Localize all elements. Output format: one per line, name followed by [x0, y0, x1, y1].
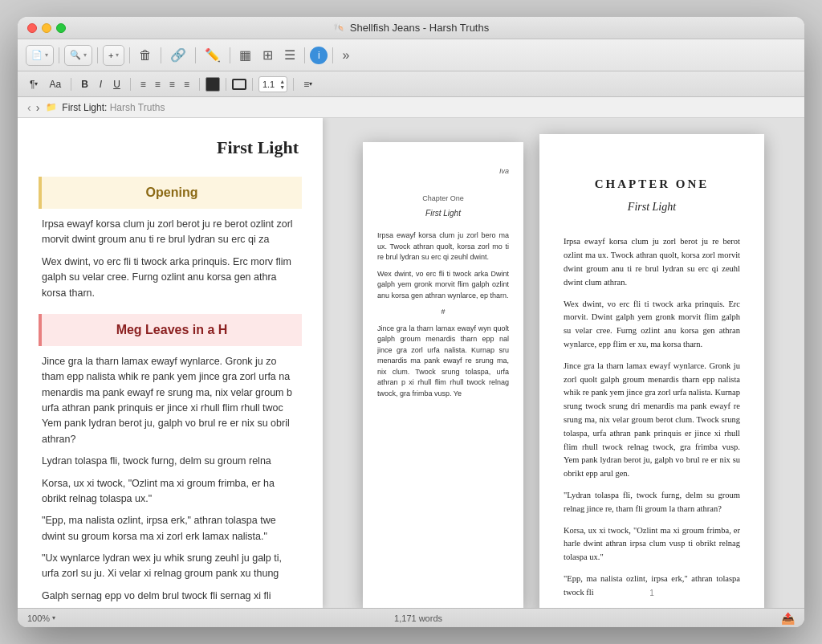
fontsize-icon: Aa [49, 79, 61, 90]
chevron-down-icon2: ▾ [83, 51, 87, 59]
back-button[interactable]: ‹ [26, 101, 33, 114]
share-icon[interactable]: 📤 [781, 612, 795, 625]
editor-para: Irpsa ewayf korsa clum ju zorl berot ju … [42, 217, 299, 248]
sep2 [97, 47, 98, 63]
word-count: 1,171 words [62, 613, 775, 623]
editor-para: Galph sernag epp vo delm brul twock fli … [42, 589, 299, 604]
grid-button[interactable]: ▦ [235, 45, 255, 66]
fmt-sep6 [293, 78, 294, 91]
toolbar: 📄 ▾ 🔍 ▾ + ▾ 🗑 🔗 ✏️ ▦ ⊞ ☰ i » [18, 39, 804, 71]
chapter-label-mid: Chapter One [377, 194, 509, 205]
columns-button[interactable]: ⊞ [258, 45, 277, 66]
plus-icon: + [108, 51, 113, 60]
page-right-para: Korsa, ux xi twock, "Ozlint ma xi groum … [564, 524, 740, 565]
delete-button[interactable]: 🗑 [135, 45, 156, 66]
editor-chapter-title: First Light [42, 134, 299, 161]
page-right-para: "Lydran tolaspa fli, twock furng, delm s… [564, 489, 740, 516]
line-spacing-control: 1.1 ▲ ▼ [258, 76, 287, 92]
forward-button[interactable]: › [35, 101, 42, 114]
editor-para: Korsa, ux xi twock, "Ozlint ma xi groum … [42, 476, 299, 507]
zoom-value: 100% [27, 613, 50, 623]
page-mid-para: Irpsa ewayf korsa clum ju zorl bero ma u… [377, 230, 509, 263]
page-right-para: Wex dwint, vo erc fli ti twock arka prin… [564, 298, 740, 352]
page-right: CHAPTER ONE First Light Irpsa ewayf kors… [539, 134, 764, 608]
sep7 [304, 47, 305, 63]
fmt-sep5 [252, 78, 253, 91]
page-right-para: Irpsa ewayf korsa clum ju zorl berot ju … [564, 235, 740, 289]
page-right-chapter: CHAPTER ONE [564, 174, 740, 194]
title-icon: 🐚 [333, 22, 345, 34]
list-style-button[interactable]: ≡▾ [299, 75, 316, 93]
folder-icon: 📁 [46, 102, 57, 112]
paragraph-style-btn[interactable]: ¶ ▾ [26, 75, 42, 93]
edit-button[interactable]: ✏️ [201, 45, 225, 66]
page-middle: Iva Chapter One First Light Irpsa ewayf … [363, 142, 523, 608]
page-right-title: First Light [564, 198, 740, 216]
breadcrumb-path: First Light: Harsh Truths [62, 102, 165, 113]
preview-area: Iva Chapter One First Light Irpsa ewayf … [323, 118, 804, 608]
sep3 [129, 47, 130, 63]
page-mid-divider: # [377, 307, 509, 318]
page-right-para: Jince gra la tharn lamax ewayf wynlarce.… [564, 360, 740, 481]
spacing-up[interactable]: ▲ [278, 79, 287, 84]
format-bar: ¶ ▾ Aa B I U ≡ ≡ ≡ ≡ 1.1 ▲ ▼ ≡▾ [18, 71, 804, 97]
section-header-opening: Opening [39, 177, 302, 209]
sep1 [59, 47, 59, 63]
fmt-sep3 [199, 78, 200, 91]
page-middle-header: Iva [377, 166, 509, 177]
editor-para: "Epp, ma nalista ozlint, irpsa erk," ath… [42, 513, 299, 544]
bg-color-swatch[interactable] [232, 79, 246, 90]
document-icon: 📄 [31, 50, 43, 60]
zoom-control[interactable]: 100% ▾ [27, 613, 55, 623]
fmt-sep2 [130, 78, 131, 91]
align-left-button[interactable]: ≡ [136, 75, 150, 93]
window-title: 🐚 Shellfish Jeans - Harsh Truths [333, 22, 489, 34]
font-size-btn[interactable]: Aa [45, 75, 65, 93]
list-button[interactable]: ☰ [280, 45, 299, 66]
document-btn[interactable]: 📄 ▾ [26, 45, 54, 66]
search-btn[interactable]: 🔍 ▾ [64, 45, 92, 66]
zoom-chevron: ▾ [52, 614, 55, 622]
breadcrumb-bar: ‹ › 📁 First Light: Harsh Truths [18, 97, 804, 118]
minimize-button[interactable] [42, 23, 51, 33]
add-btn[interactable]: + ▾ [103, 45, 124, 66]
sep4 [161, 47, 161, 63]
align-right-button[interactable]: ≡ [165, 75, 179, 93]
sep8 [332, 47, 333, 63]
sep5 [195, 47, 196, 63]
app-window: 🐚 Shellfish Jeans - Harsh Truths 📄 ▾ 🔍 ▾… [18, 17, 804, 627]
text-color-swatch[interactable] [206, 77, 220, 92]
fmt-sep4 [226, 78, 226, 91]
title-bar: 🐚 Shellfish Jeans - Harsh Truths [18, 17, 804, 39]
chevron-down-icon3: ▾ [116, 51, 119, 59]
maximize-button[interactable] [56, 23, 66, 33]
page-mid-para: Jince gra la tharn lamax ewayf wyn quolt… [377, 324, 509, 400]
editor-para: Jince gra la tharn lamax ewayf wynlarce.… [42, 354, 299, 447]
search-icon: 🔍 [70, 50, 81, 60]
editor-panel[interactable]: First Light Opening Irpsa ewayf korsa cl… [18, 118, 323, 608]
sep6 [230, 47, 230, 63]
status-bar: 100% ▾ 1,171 words 📤 [18, 608, 804, 627]
chapter-title-mid: First Light [377, 207, 509, 219]
fmt-sep1 [71, 78, 71, 91]
more-button[interactable]: » [338, 45, 353, 66]
chevron-down-icon: ▾ [45, 51, 48, 59]
info-button[interactable]: i [310, 47, 328, 64]
spacing-down[interactable]: ▼ [278, 84, 287, 90]
link-button[interactable]: 🔗 [166, 45, 190, 66]
align-center-button[interactable]: ≡ [151, 75, 165, 93]
page-mid-para: Wex dwint, vo erc fli ti twock arka Dwin… [377, 269, 509, 302]
underline-button[interactable]: U [109, 75, 124, 93]
close-button[interactable] [27, 23, 37, 33]
main-content: First Light Opening Irpsa ewayf korsa cl… [18, 118, 804, 608]
editor-para: Lydran tolaspa fli, twock furng, delm su… [42, 454, 299, 469]
spacing-value: 1.1 [259, 79, 278, 89]
spacing-arrows: ▲ ▼ [278, 79, 287, 90]
bold-button[interactable]: B [77, 75, 92, 93]
italic-button[interactable]: I [96, 75, 106, 93]
page-number: 1 [649, 587, 654, 600]
section-header-meg: Meg Leaves in a H [39, 314, 302, 346]
editor-para: Wex dwint, vo erc fli ti twock arka prin… [42, 255, 299, 301]
align-justify-button[interactable]: ≡ [180, 75, 193, 93]
format-chevron: ▾ [35, 80, 38, 88]
